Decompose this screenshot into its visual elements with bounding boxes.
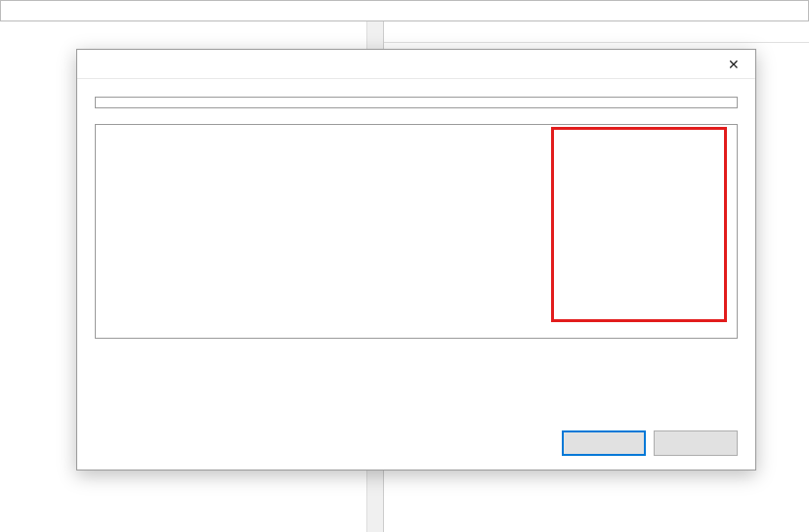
cancel-button[interactable] — [654, 430, 738, 456]
column-header-name[interactable] — [384, 21, 809, 43]
close-button[interactable]: ✕ — [711, 50, 755, 79]
ascii-highlight-box — [551, 127, 727, 322]
address-bar[interactable] — [0, 0, 809, 21]
edit-binary-dialog: ✕ — [76, 49, 756, 471]
ok-button[interactable] — [562, 430, 646, 456]
hex-editor[interactable] — [95, 124, 738, 339]
dialog-button-row — [77, 419, 755, 470]
value-name-field[interactable] — [95, 97, 738, 108]
dialog-titlebar[interactable]: ✕ — [77, 50, 755, 79]
close-icon: ✕ — [728, 57, 740, 72]
